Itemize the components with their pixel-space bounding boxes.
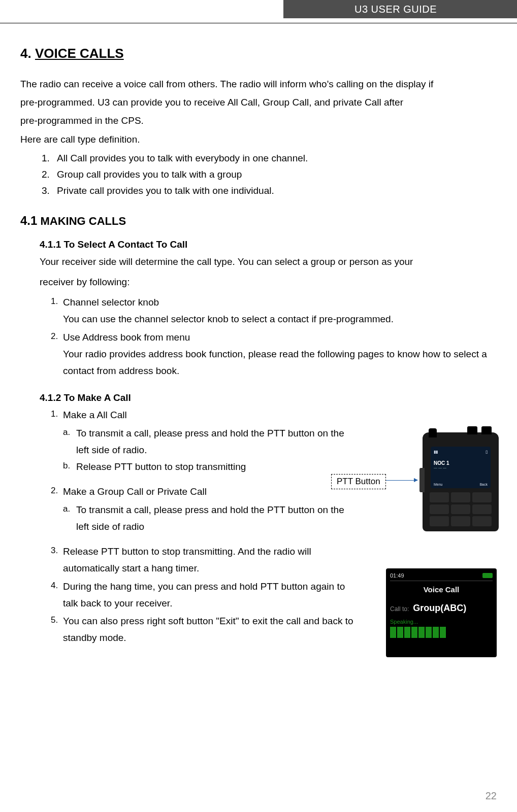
heading-text: VOICE CALLS [35, 46, 124, 61]
radio-screen: ▮▮▯ NOC 1 — — — MenuBack [431, 447, 491, 488]
radio-knob [467, 426, 477, 434]
s411-intro-1: Your receiver side will determine the ca… [40, 253, 498, 270]
list-item: 2.Group call provides you to talk with a… [42, 166, 498, 183]
speaking-label: Speaking... [390, 619, 493, 625]
heading-making-calls: 4.1 MAKING CALLS [20, 214, 498, 228]
screen-call-to-row: Call to: Group(ABC) [390, 603, 493, 614]
radio-keypad [430, 492, 492, 526]
page-content: 4. VOICE CALLS The radio can receive a v… [20, 46, 498, 648]
list-item: 2.Use Address book from menu Your radio … [51, 329, 498, 380]
battery-icon [482, 573, 493, 578]
list-item: 3.Private call provides you to talk with… [42, 183, 498, 199]
radio-body-illustration: ▮▮▯ NOC 1 — — — MenuBack [423, 432, 499, 531]
section-number: 4. [20, 46, 31, 61]
def-intro: Here are call type definition. [20, 131, 498, 148]
screen-status-bar: 01:49 [390, 572, 493, 581]
arrow-icon [386, 480, 417, 481]
signal-bars-icon [390, 627, 493, 638]
subsection-title: MAKING CALLS [41, 215, 126, 227]
s411-intro-2: receiver by following: [40, 274, 498, 291]
heading-412: 4.1.2 To Make A Call [40, 392, 498, 403]
header-title: U3 USER GUIDE [354, 4, 437, 15]
figure-voice-call-screen: 01:49 Voice Call Call to: Group(ABC) Spe… [386, 568, 497, 657]
intro-line-2: pre-programmed. U3 can provide you to re… [20, 94, 498, 111]
definition-list: 1.All Call provides you to talk with eve… [20, 150, 498, 199]
call-to-group: Group(ABC) [413, 603, 466, 614]
radio-antenna [429, 428, 437, 437]
intro-line-3: pre-programmed in the CPS. [20, 112, 498, 129]
radio-ptt-button [419, 468, 425, 492]
select-list: 1.Channel selector knob You can use the … [40, 294, 498, 379]
intro-line-1: The radio can receive a voice call from … [20, 76, 498, 93]
radio-knob [481, 426, 492, 434]
heading-411: 4.1.1 To Select A Contact To Call [40, 239, 498, 250]
heading-voice-calls: 4. VOICE CALLS [20, 46, 498, 61]
subsection-number: 4.1 [20, 214, 37, 227]
figure-radio: PTT Button ▮▮▯ NOC 1 — — — MenuBack [331, 432, 499, 531]
subsection-411: 4.1.1 To Select A Contact To Call Your r… [40, 239, 498, 380]
call-to-label: Call to: [390, 605, 409, 613]
header-bar: U3 USER GUIDE [283, 0, 517, 18]
header-divider [0, 23, 517, 23]
page-number: 22 [486, 790, 497, 802]
ptt-label: PTT Button [331, 474, 386, 489]
list-item: 1.All Call provides you to talk with eve… [42, 150, 498, 166]
screen-title: Voice Call [390, 585, 493, 594]
list-item: 1.Channel selector knob You can use the … [51, 294, 498, 328]
screen-time: 01:49 [390, 572, 404, 579]
